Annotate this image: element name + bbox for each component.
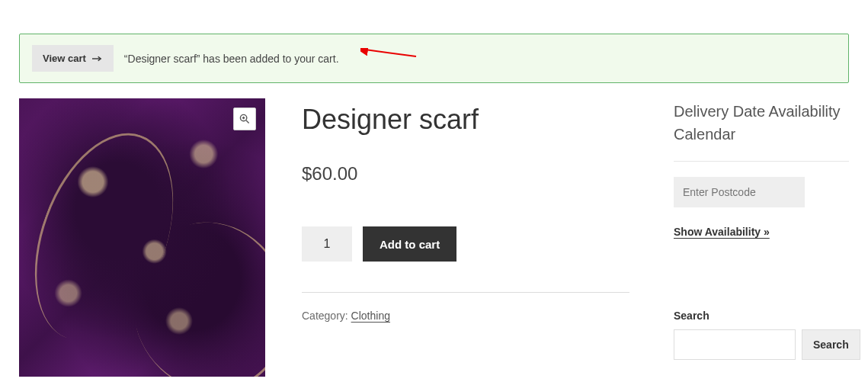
zoom-button[interactable] bbox=[233, 108, 256, 130]
postcode-input[interactable] bbox=[674, 177, 805, 207]
search-button[interactable]: Search bbox=[802, 329, 860, 360]
sidebar-divider bbox=[674, 161, 849, 162]
annotation-arrow-icon bbox=[360, 48, 418, 58]
quantity-input[interactable] bbox=[302, 226, 352, 262]
view-cart-label: View cart bbox=[43, 53, 86, 64]
product-gallery bbox=[19, 98, 265, 377]
search-form: Search bbox=[674, 329, 849, 360]
product-meta: Category: Clothing bbox=[302, 310, 629, 322]
arrow-right-icon bbox=[92, 55, 103, 63]
category-link[interactable]: Clothing bbox=[351, 310, 390, 322]
svg-line-3 bbox=[246, 120, 249, 124]
show-availability-link[interactable]: Show Availability » bbox=[674, 226, 849, 238]
add-to-cart-form: Add to cart bbox=[302, 226, 629, 262]
product-image[interactable] bbox=[19, 98, 265, 377]
view-cart-button[interactable]: View cart bbox=[32, 45, 114, 72]
svg-line-1 bbox=[365, 50, 416, 56]
product-main: Designer scarf $60.00 Add to cart Catego… bbox=[19, 98, 849, 377]
cart-notice: View cart “Designer scarf” has been adde… bbox=[19, 34, 849, 83]
search-input[interactable] bbox=[674, 329, 796, 360]
product-details: Designer scarf $60.00 Add to cart Catego… bbox=[302, 98, 637, 377]
product-title: Designer scarf bbox=[302, 103, 629, 136]
magnifier-plus-icon bbox=[239, 114, 250, 124]
add-to-cart-button[interactable]: Add to cart bbox=[363, 226, 456, 262]
sidebar: Delivery Date Availability Calendar Show… bbox=[674, 98, 849, 377]
meta-divider bbox=[302, 292, 629, 293]
search-label: Search bbox=[674, 310, 849, 322]
product-price: $60.00 bbox=[302, 163, 629, 185]
category-label: Category: bbox=[302, 310, 351, 322]
delivery-calendar-heading: Delivery Date Availability Calendar bbox=[674, 100, 849, 146]
notice-message: “Designer scarf” has been added to your … bbox=[124, 53, 339, 65]
